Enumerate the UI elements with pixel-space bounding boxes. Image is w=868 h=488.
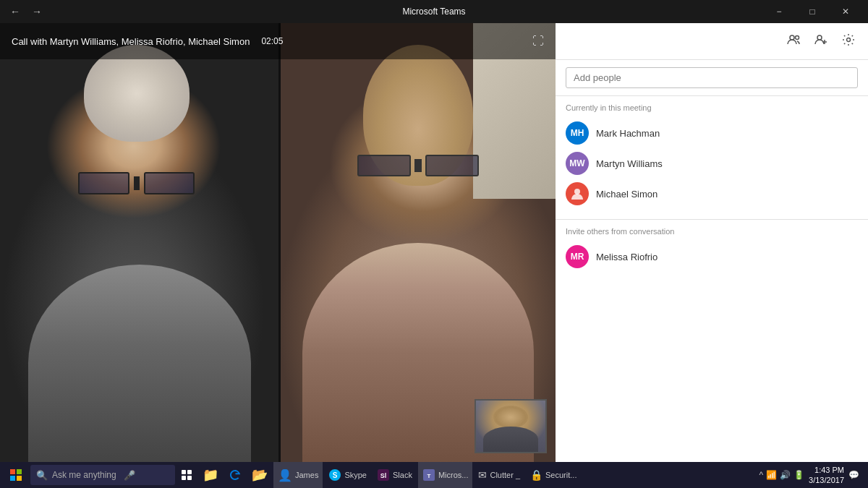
glasses xyxy=(78,172,195,194)
title-bar-left: ← → xyxy=(6,4,46,19)
james-label: James xyxy=(295,471,318,479)
svg-text:T: T xyxy=(427,473,430,479)
add-people-container xyxy=(556,60,868,96)
svg-rect-7 xyxy=(10,469,15,474)
svg-text:S: S xyxy=(333,471,338,479)
app-title: Microsoft Teams xyxy=(402,7,465,17)
skype-button[interactable]: S Skype xyxy=(324,462,371,488)
glasses-right xyxy=(357,155,478,176)
svg-rect-8 xyxy=(17,469,22,474)
minimize-button[interactable]: − xyxy=(762,0,796,23)
main-content: Call with Martyn Williams, Melissa Riofr… xyxy=(0,23,868,462)
invite-item-mr[interactable]: MR Melissa Riofrio xyxy=(566,241,858,272)
svg-text:Sl: Sl xyxy=(380,472,387,479)
svg-rect-13 xyxy=(182,476,186,480)
sidebar-top-actions xyxy=(556,23,868,60)
avatar-mw: MW xyxy=(566,152,589,175)
person-left-video xyxy=(0,23,278,462)
hat xyxy=(84,45,190,142)
sidebar: Currently in this meeting MH Mark Hachma… xyxy=(556,23,868,462)
system-tray: ^ 📶 🔊 🔋 xyxy=(759,470,804,480)
edge-button[interactable] xyxy=(224,462,246,488)
network-icon[interactable]: 📶 xyxy=(766,470,777,480)
nav-buttons: ← → xyxy=(6,4,46,19)
taskbar-clock[interactable]: 1:43 PM 3/13/2017 xyxy=(809,465,844,486)
add-participants-icon[interactable] xyxy=(812,30,830,52)
title-bar: ← → Microsoft Teams − □ ✕ xyxy=(0,0,868,23)
teams-button[interactable]: T Micros... xyxy=(418,462,473,488)
taskbar-search[interactable]: 🔍 Ask me anything 🎤 xyxy=(30,465,175,485)
security-button[interactable]: 🔒 Securit... xyxy=(526,462,581,488)
participant-name-mh: Mark Hachman xyxy=(596,128,660,139)
call-header: Call with Martyn Williams, Melissa Riofr… xyxy=(0,23,556,59)
close-button[interactable]: ✕ xyxy=(829,0,862,23)
call-header-right: ⛶ xyxy=(532,35,544,48)
maximize-button[interactable]: □ xyxy=(796,0,829,23)
task-view-button[interactable] xyxy=(176,462,197,488)
invite-label: Invite others from conversation xyxy=(566,227,858,236)
video-feed-left xyxy=(0,23,278,462)
file-manager-button[interactable]: 📂 xyxy=(247,462,272,488)
person-right-video xyxy=(281,23,556,462)
self-view-person xyxy=(476,401,545,452)
currently-in-meeting-label: Currently in this meeting xyxy=(566,103,858,112)
search-icon: 🔍 xyxy=(36,470,48,481)
avatar-ms xyxy=(566,182,589,205)
clutter-button[interactable]: ✉ Clutter _ xyxy=(474,462,524,488)
shirt-left xyxy=(28,265,251,462)
call-timer: 02:05 xyxy=(261,36,283,46)
call-header-info: Call with Martyn Williams, Melissa Riofr… xyxy=(12,36,283,47)
james-app-button[interactable]: 👤 James xyxy=(273,462,323,488)
invite-section: Invite others from conversation MR Melis… xyxy=(556,219,868,279)
svg-rect-10 xyxy=(17,476,22,481)
fullscreen-icon[interactable]: ⛶ xyxy=(532,35,544,48)
avatar-mr: MR xyxy=(566,245,589,268)
svg-rect-9 xyxy=(10,476,15,481)
microphone-icon: 🎤 xyxy=(124,470,135,481)
self-view-thumbnail xyxy=(475,399,547,453)
forward-button[interactable]: → xyxy=(27,4,46,19)
slack-label: Slack xyxy=(393,471,412,479)
taskbar: 🔍 Ask me anything 🎤 📁 📂 👤 James S Skyp xyxy=(0,462,868,488)
clock-time: 1:43 PM xyxy=(809,465,844,475)
participants-icon[interactable] xyxy=(784,30,803,52)
add-people-input[interactable] xyxy=(566,67,858,88)
call-title: Call with Martyn Williams, Melissa Riofr… xyxy=(12,36,250,47)
svg-rect-14 xyxy=(187,476,192,480)
participant-item-mh: MH Mark Hachman xyxy=(566,118,858,148)
notifications-icon[interactable]: 💬 xyxy=(848,470,859,480)
participant-name-ms: Michael Simon xyxy=(596,189,658,200)
tray-chevron[interactable]: ^ xyxy=(759,470,763,480)
window-controls: − □ ✕ xyxy=(762,0,862,23)
start-button[interactable] xyxy=(3,462,29,488)
svg-rect-12 xyxy=(187,470,192,474)
video-feed-right xyxy=(281,23,556,462)
invite-name-mr: Melissa Riofrio xyxy=(596,252,658,262)
taskbar-right: ^ 📶 🔊 🔋 1:43 PM 3/13/2017 💬 xyxy=(759,465,865,486)
svg-point-2 xyxy=(817,35,822,40)
clock-date: 3/13/2017 xyxy=(809,475,844,485)
svg-point-0 xyxy=(790,35,794,40)
participants-section: Currently in this meeting MH Mark Hachma… xyxy=(556,96,868,216)
clutter-label: Clutter _ xyxy=(490,471,520,479)
participant-item-mw: MW Martyn Williams xyxy=(566,148,858,179)
taskbar-search-text: Ask me anything xyxy=(52,470,116,480)
avatar-mh: MH xyxy=(566,121,589,145)
participant-name-mw: Martyn Williams xyxy=(596,158,663,169)
svg-point-5 xyxy=(847,38,851,42)
teams-label: Micros... xyxy=(438,471,469,479)
participant-item-ms: Michael Simon xyxy=(566,179,858,209)
battery-icon[interactable]: 🔋 xyxy=(793,470,804,480)
svg-point-6 xyxy=(574,189,580,194)
skype-label: Skype xyxy=(344,471,367,479)
back-button[interactable]: ← xyxy=(6,4,25,19)
security-label: Securit... xyxy=(545,471,576,479)
svg-point-1 xyxy=(796,36,799,40)
video-area: Call with Martyn Williams, Melissa Riofr… xyxy=(0,23,556,462)
file-explorer-button[interactable]: 📁 xyxy=(198,462,223,488)
svg-rect-11 xyxy=(182,470,186,474)
volume-icon[interactable]: 🔊 xyxy=(780,470,791,480)
slack-button[interactable]: Sl Slack xyxy=(373,462,417,488)
settings-icon[interactable] xyxy=(839,30,858,52)
